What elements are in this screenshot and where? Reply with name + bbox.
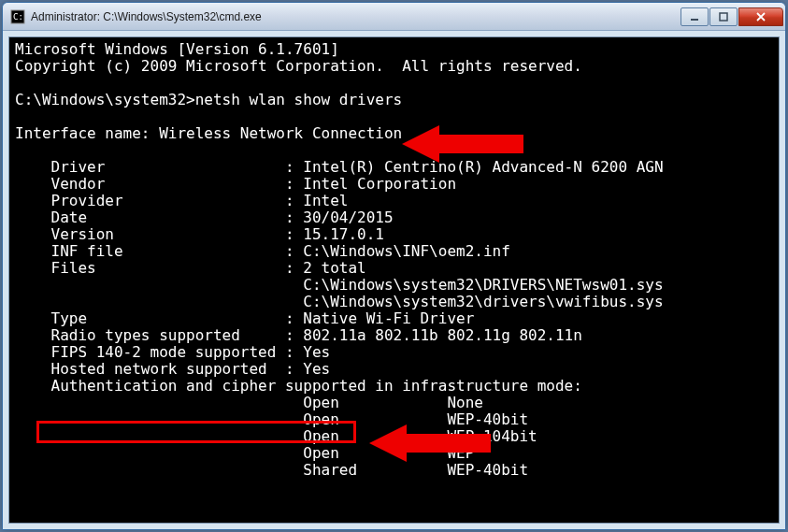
date-value: 30/04/2015 [303,208,393,226]
type-label: Type : [15,309,303,327]
vendor-value: Intel Corporation [303,175,456,193]
radio-value: 802.11a 802.11b 802.11g 802.11n [303,326,582,344]
provider-value: Intel [303,192,348,209]
svg-rect-2 [691,19,698,21]
vendor-label: Vendor : [15,175,303,193]
inf-label: INF file : [15,242,303,260]
date-label: Date : [15,208,303,226]
os-line: Microsoft Windows [Version 6.1.7601] [15,40,339,58]
prompt: C:\Windows\system32> [15,91,195,108]
close-button[interactable] [738,7,783,26]
auth-row: Shared WEP-40bit [15,461,528,479]
interface-value: Wireless Network Connection [159,124,402,142]
driver-value: Intel(R) Centrino(R) Advanced-N 6200 AGN [303,158,663,176]
cmd-window: C: Administrator: C:\Windows\System32\cm… [2,2,786,530]
console-output: Microsoft Windows [Version 6.1.7601] Cop… [9,37,779,482]
file2: C:\Windows\system32\drivers\vwifibus.sys [15,293,664,310]
window-controls [680,7,783,26]
copyright-line: Copyright (c) 2009 Microsoft Corporation… [15,57,582,75]
fips-label: FIPS 140-2 mode supported : [15,343,303,361]
command-text: netsh wlan show drivers [195,91,403,108]
minimize-button[interactable] [681,7,709,26]
file1: C:\Windows\system32\DRIVERS\NETwsw01.sys [15,276,664,294]
svg-text:C:: C: [13,12,23,22]
svg-rect-3 [720,13,727,21]
auth-header: Authentication and cipher supported in i… [15,377,582,395]
title-bar[interactable]: C: Administrator: C:\Windows\System32\cm… [3,3,785,31]
maximize-button[interactable] [709,7,738,26]
auth-row: Open WEP-104bit [15,427,537,445]
provider-label: Provider : [15,192,303,209]
files-value: 2 total [303,259,365,277]
console-area[interactable]: Microsoft Windows [Version 6.1.7601] Cop… [8,36,780,524]
hosted-value: Yes [303,360,330,378]
cmd-icon: C: [10,9,25,24]
type-value: Native Wi-Fi Driver [303,309,474,327]
auth-row: Open WEP-40bit [15,410,528,428]
auth-row: Open None [15,394,483,411]
driver-label: Driver : [15,158,303,176]
version-value: 15.17.0.1 [303,225,384,243]
radio-label: Radio types supported : [15,326,303,344]
hosted-label: Hosted network supported : [15,360,303,378]
version-label: Version : [15,225,303,243]
inf-value: C:\Windows\INF\oem2.inf [303,242,510,260]
window-title: Administrator: C:\Windows\System32\cmd.e… [31,10,680,23]
fips-value: Yes [303,343,330,361]
interface-label: Interface name: [15,124,159,142]
files-label: Files : [15,259,303,277]
auth-row: Open WEP [15,444,474,462]
